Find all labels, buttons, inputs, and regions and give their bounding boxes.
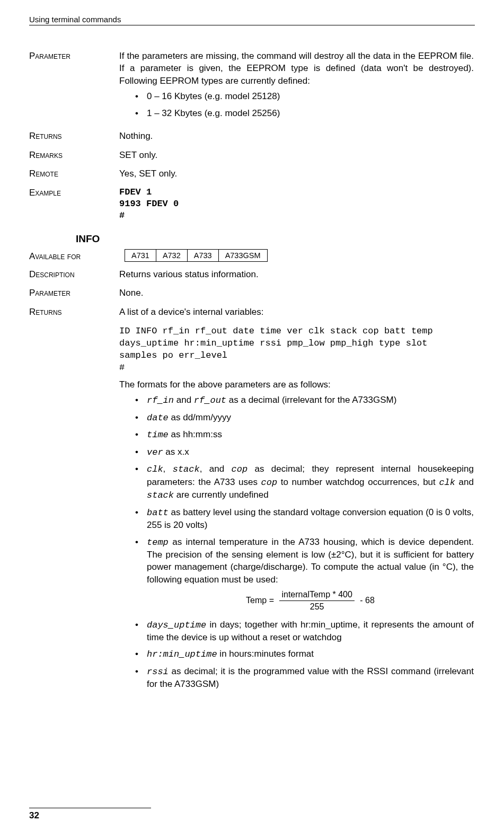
text: as battery level using the standard volt…	[147, 507, 474, 530]
fraction-numerator: internalTemp * 400	[279, 589, 354, 601]
list-item: temp as internal temperature in the A733…	[135, 536, 474, 613]
list-item: rf_in and rf_out as a decimal (irrelevan…	[135, 394, 474, 407]
list-item: hr:min_uptime in hours:minutes format	[135, 648, 474, 660]
code-line: #	[119, 210, 474, 222]
available-for-body: A731 A732 A733 A733GSM	[119, 250, 475, 262]
text: in hours:minutes format	[217, 649, 314, 659]
content-grid: Parameter If the parameters are missing,…	[29, 50, 475, 695]
fraction-denominator: 255	[279, 601, 354, 613]
formats-list: rf_in and rf_out as a decimal (irrelevan…	[119, 394, 474, 690]
label-remote: Remote	[29, 167, 119, 180]
formats-intro: The formats for the above parameters are…	[119, 378, 474, 391]
available-models-table: A731 A732 A733 A733GSM	[125, 249, 268, 262]
fdev-param-list: 0 – 16 Kbytes (e.g. model 25128) 1 – 32 …	[119, 90, 474, 119]
model-cell: A732	[156, 249, 187, 261]
section-title-info: INFO	[29, 233, 475, 245]
t: , and	[200, 464, 232, 474]
running-header: Using terminal commands	[29, 15, 475, 25]
list-item: ver as x.x	[135, 446, 474, 458]
list-item: batt as battery level using the standard…	[135, 506, 474, 532]
fdev-remarks-text: SET only.	[119, 149, 475, 161]
fdev-returns-text: Nothing.	[119, 130, 475, 142]
code-token: cop	[231, 464, 247, 474]
info-description-text: Returns various status information.	[119, 268, 475, 280]
temp-equation: Temp = internalTemp * 400 255 - 68	[147, 589, 474, 613]
model-cell: A733GSM	[218, 249, 267, 261]
list-item: date as dd/mm/yyyy	[135, 411, 474, 424]
label-remarks: Remarks	[29, 149, 119, 161]
info-returns-code: ID INFO rf_in rf_out date time ver clk s…	[119, 325, 474, 374]
list-item: clk, stack, and cop as decimal; they rep…	[135, 463, 474, 501]
fdev-remote-text: Yes, SET only.	[119, 167, 475, 180]
label-description: Description	[29, 268, 119, 280]
text: and	[174, 395, 194, 405]
code-token: clk	[439, 478, 455, 488]
code-line: 9193 FDEV 0	[119, 198, 474, 210]
code-token: stack	[173, 464, 200, 474]
text: as hh:mm:ss	[169, 429, 222, 439]
text: as a decimal (irrelevant for the A733GSM…	[226, 395, 396, 405]
fdev-parameter-text: If the parameters are missing, the comma…	[119, 51, 474, 86]
info-returns-body: A list of a device's internal variables:…	[119, 306, 475, 695]
code-token: rf_out	[194, 395, 226, 405]
model-cell: A731	[125, 249, 156, 261]
list-item: time as hh:mm:ss	[135, 428, 474, 441]
info-returns-text: A list of a device's internal variables:	[119, 307, 264, 317]
fraction: internalTemp * 400 255	[279, 589, 354, 613]
code-token: temp	[147, 537, 169, 547]
t: to number watchdog occurrences, but	[277, 477, 439, 487]
label-parameter: Parameter	[29, 50, 119, 123]
eq-lhs: Temp =	[246, 596, 276, 605]
text: as decimal; it is the programmed value w…	[147, 666, 474, 689]
list-item: 0 – 16 Kbytes (e.g. model 25128)	[135, 90, 474, 102]
code-line: FDEV 1	[119, 187, 474, 198]
eq-rhs: - 68	[360, 596, 375, 605]
label-returns: Returns	[29, 306, 119, 695]
code-token: cop	[261, 478, 278, 488]
label-parameter: Parameter	[29, 287, 119, 299]
fdev-example-code: FDEV 1 9193 FDEV 0 #	[119, 187, 475, 222]
code-token: clk	[147, 464, 163, 474]
fdev-parameter-body: If the parameters are missing, the comma…	[119, 50, 475, 123]
code-token: time	[147, 430, 169, 440]
code-token: date	[147, 413, 169, 423]
label-available-for: Available for	[29, 250, 119, 262]
text: as x.x	[163, 447, 189, 457]
text: as internal temperature in the A733 hous…	[147, 537, 474, 585]
t: ,	[163, 464, 173, 474]
page-footer: 32	[29, 808, 475, 821]
page-number: 32	[29, 810, 475, 821]
code-token: batt	[147, 508, 169, 518]
code-token: days_uptime	[147, 620, 206, 630]
list-item: days_uptime in days; together with hr:mi…	[135, 619, 474, 644]
list-item: rssi as decimal; it is the programmed va…	[135, 665, 474, 691]
code-token: rssi	[147, 667, 169, 677]
code-token: rf_in	[147, 395, 174, 405]
text: as dd/mm/yyyy	[169, 412, 231, 422]
model-cell: A733	[187, 249, 218, 261]
footer-rule	[29, 808, 151, 808]
t: and	[455, 477, 474, 487]
code-token: stack	[147, 490, 174, 500]
info-parameter-text: None.	[119, 287, 475, 299]
code-token: hr:min_uptime	[147, 649, 217, 659]
label-returns: Returns	[29, 130, 119, 142]
label-example: Example	[29, 187, 119, 222]
code-token: ver	[147, 447, 163, 457]
list-item: 1 – 32 Kbytes (e.g. model 25256)	[135, 107, 474, 119]
t: are currently undefined	[174, 490, 269, 500]
